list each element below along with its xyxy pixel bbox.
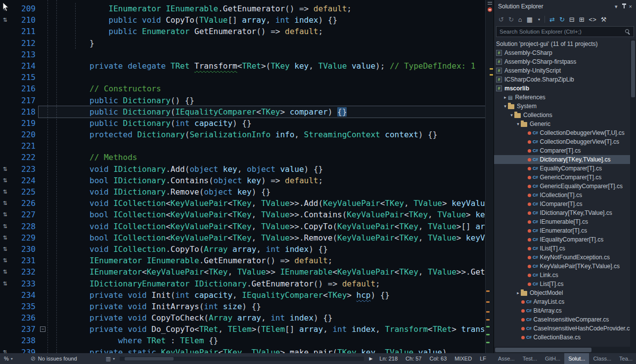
code-line[interactable]: 218 public Dictionary(IEqualityComparer<…: [0, 106, 485, 118]
code-line[interactable]: ⇅231 IEnumerator IEnumerable.GetEnumerat…: [0, 255, 485, 266]
status-eol[interactable]: LF: [480, 356, 486, 362]
tree-item[interactable]: C#Link.cs: [494, 271, 636, 280]
show-all-files-icon[interactable]: ⊞: [579, 16, 585, 23]
tree-item[interactable]: C#IList[T].cs: [494, 244, 636, 253]
close-icon[interactable]: ×: [629, 3, 632, 9]
code-line[interactable]: 236 private void CopyToCheck(Array array…: [0, 312, 485, 324]
code-line[interactable]: ⇅230 void ICollection.CopyTo(Array array…: [0, 243, 485, 255]
status-line-ending-mode[interactable]: MIXED: [454, 356, 472, 362]
interface-impl-icon[interactable]: ⇅: [0, 347, 10, 353]
chevron-expanded-icon[interactable]: ▾: [502, 104, 508, 109]
interface-impl-icon[interactable]: ⇅: [0, 221, 10, 232]
panel-tab[interactable]: GitH...: [541, 353, 564, 364]
chevron-collapsed-icon[interactable]: ▸: [515, 290, 521, 295]
code-line[interactable]: 220 protected Dictionary(SerializationIn…: [0, 129, 485, 140]
tree-item[interactable]: C#CollectionDebuggerView[T].cs: [494, 137, 636, 146]
status-misc-controls[interactable]: ▥ ▾: [106, 356, 115, 362]
issues-indicator[interactable]: ⊘ No issues found: [31, 355, 77, 362]
interface-impl-icon[interactable]: ⇅: [0, 163, 10, 175]
code-line[interactable]: ⇅223 void IDictionary.Add(object key, ob…: [0, 163, 485, 175]
code-line[interactable]: ⇅227 bool ICollection<KeyValuePair<TKey,…: [0, 209, 485, 220]
tree-item[interactable]: C#IDictionary[TKey,TValue].cs: [494, 208, 636, 217]
code-line[interactable]: 214 private delegate TRet Transform<TRet…: [0, 60, 485, 72]
code-line[interactable]: ⇅228 void ICollection<KeyValuePair<TKey,…: [0, 221, 485, 232]
tree-item[interactable]: #ICSharpCode.SharpZipLib: [494, 75, 636, 84]
code-line[interactable]: ⇅225 void IDictionary.Remove(object key)…: [0, 186, 485, 198]
scroll-right-icon[interactable]: ▶: [369, 356, 372, 361]
tree-item[interactable]: C#IEnumerator[T].cs: [494, 226, 636, 235]
panel-tab[interactable]: Asse...: [494, 353, 519, 364]
tree-item[interactable]: C#EqualityComparer[T].cs: [494, 164, 636, 173]
tree-item[interactable]: C#KeyNotFoundException.cs: [494, 253, 636, 262]
tree-item[interactable]: C#IEqualityComparer[T].cs: [494, 235, 636, 244]
code-line[interactable]: ⇅209 IEnumerator IEnumerable.GetEnumerat…: [0, 3, 485, 14]
collapse-all-icon[interactable]: ⊟: [569, 16, 575, 23]
tree-item[interactable]: #Assembly-CSharp-firstpass: [494, 57, 636, 66]
interface-impl-icon[interactable]: ⇅: [0, 209, 10, 220]
chevron-collapsed-icon[interactable]: ▸: [502, 95, 508, 100]
scrollbar-thumb[interactable]: [631, 40, 635, 97]
search-input[interactable]: [500, 29, 625, 35]
chevron-expanded-icon[interactable]: ▾: [509, 113, 514, 118]
interface-impl-icon[interactable]: ⇅: [0, 255, 10, 266]
tree-item[interactable]: C#GenericComparer[T].cs: [494, 173, 636, 182]
chevron-expanded-icon[interactable]: ▾: [515, 121, 521, 126]
interface-impl-icon[interactable]: ⇅: [0, 186, 10, 198]
home-icon[interactable]: ⌂: [518, 16, 522, 23]
code-line[interactable]: ⇅226 void ICollection<KeyValuePair<TKey,…: [0, 198, 485, 209]
tree-item[interactable]: C#Dictionary[TKey,TValue].cs: [494, 155, 636, 164]
view-code-icon[interactable]: <>: [589, 16, 596, 23]
code-line[interactable]: ⇅233 IDictionaryEnumerator IDictionary.G…: [0, 278, 485, 289]
panel-tab[interactable]: Test...: [519, 353, 541, 364]
code-line[interactable]: ⇅210 public void CopyTo(TValue[] array, …: [0, 14, 485, 26]
tree-item[interactable]: ▸▤References: [494, 93, 636, 102]
tree-item[interactable]: C#Comparer[T].cs: [494, 146, 636, 155]
panel-tab[interactable]: Class...: [589, 353, 615, 364]
code-line[interactable]: 216 // Constructors: [0, 83, 485, 94]
tree-item[interactable]: C#ICollection[T].cs: [494, 191, 636, 200]
search-box[interactable]: [496, 26, 634, 37]
code-line[interactable]: 238 where TRet : TElem {}: [0, 335, 485, 346]
switch-views-icon[interactable]: ▦: [527, 16, 533, 23]
code-line[interactable]: 213: [0, 49, 485, 60]
pin-icon[interactable]: [624, 4, 625, 8]
tree-item[interactable]: #mscorlib: [494, 84, 636, 93]
tree-item[interactable]: C#CollectionBase.cs: [494, 333, 636, 342]
interface-impl-icon[interactable]: ⇅: [0, 198, 10, 209]
code-line[interactable]: 217 public Dictionary() {}: [0, 95, 485, 106]
tree-item[interactable]: C#IEnumerable[T].cs: [494, 217, 636, 226]
tree-item[interactable]: #Assembly-CSharp: [494, 48, 636, 57]
interface-impl-icon[interactable]: ⇅: [0, 278, 10, 289]
tree-item[interactable]: C#List[T].cs: [494, 280, 636, 288]
code-area[interactable]: ⇅209 IEnumerator IEnumerable.GetEnumerat…: [0, 0, 485, 353]
tree-item[interactable]: ▾Collections: [494, 111, 636, 120]
forward-icon[interactable]: ↻: [508, 16, 514, 23]
scrollbar-thumb[interactable]: [495, 348, 591, 352]
panel-vertical-scrollbar[interactable]: [630, 40, 636, 347]
fold-collapse-icon[interactable]: −: [40, 326, 45, 332]
tree-item[interactable]: C#BitArray.cs: [494, 306, 636, 315]
code-line[interactable]: 211 public Enumerator GetEnumerator() =>…: [0, 26, 485, 37]
scrollbar-thumb[interactable]: [125, 357, 174, 361]
code-line[interactable]: ⇅239 private static KeyValuePair<TKey, T…: [0, 347, 485, 353]
tree-item[interactable]: ▾Generic: [494, 120, 636, 128]
tree-item[interactable]: ▾System: [494, 102, 636, 111]
code-line[interactable]: ⇅232 IEnumerator<KeyValuePair<TKey, TVal…: [0, 266, 485, 278]
code-line[interactable]: ⇅224 bool IDictionary.Contains(object ke…: [0, 175, 485, 186]
panel-tab[interactable]: Tea...: [615, 353, 636, 364]
interface-impl-icon[interactable]: ⇅: [0, 232, 10, 243]
code-line[interactable]: 219 public Dictionary(int capacity) {}: [0, 118, 485, 129]
tree-item[interactable]: Solution 'project-gui' (11 of 11 project…: [494, 40, 636, 48]
tree-item[interactable]: #Assembly-UnityScript: [494, 66, 636, 75]
interface-impl-icon[interactable]: ⇅: [0, 243, 10, 255]
code-line[interactable]: 212 }: [0, 38, 485, 49]
back-icon[interactable]: ↺: [499, 16, 504, 23]
tree-item[interactable]: C#IComparer[T].cs: [494, 200, 636, 208]
panel-tab[interactable]: Solut...: [564, 353, 589, 364]
editor-scrollbar[interactable]: [485, 0, 494, 353]
code-line[interactable]: 234 private void Init(int capacity, IEqu…: [0, 289, 485, 301]
tree-item[interactable]: C#CaseInsensitiveHashCodeProvider.cs: [494, 324, 636, 333]
zoom-control[interactable]: % ▾: [0, 356, 17, 362]
code-line[interactable]: 237− private void Do_CopyTo<TRet, TElem>…: [0, 324, 485, 335]
tree-item[interactable]: C#KeyValuePair[TKey,TValue].cs: [494, 262, 636, 271]
